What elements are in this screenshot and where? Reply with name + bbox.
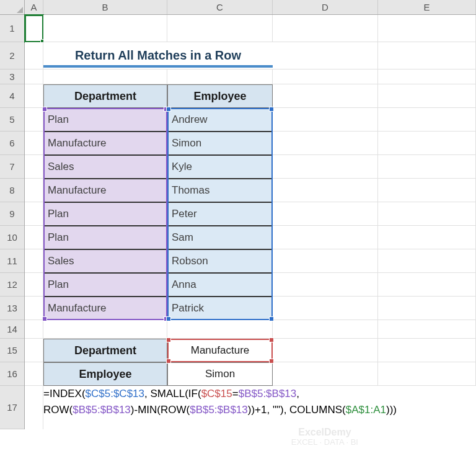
cell-A12[interactable] xyxy=(25,273,43,297)
table-row[interactable]: Sales xyxy=(43,249,167,273)
table-row[interactable]: Simon xyxy=(167,132,273,155)
cell-B3[interactable] xyxy=(43,69,167,84)
row-header-5[interactable]: 5 xyxy=(0,108,24,132)
row-header-11[interactable]: 11 xyxy=(0,249,24,273)
cell-A3[interactable] xyxy=(25,69,43,84)
cell-D4[interactable] xyxy=(273,84,378,108)
dept-header[interactable]: Department xyxy=(43,84,167,108)
table-row[interactable]: Thomas xyxy=(167,179,273,202)
cell-A10[interactable] xyxy=(25,226,43,249)
cell-D12[interactable] xyxy=(273,273,378,297)
table-row[interactable]: Plan xyxy=(43,202,167,226)
cell-E8[interactable] xyxy=(378,179,476,202)
row-header-13[interactable]: 13 xyxy=(0,297,24,320)
cell-A4[interactable] xyxy=(25,84,43,108)
cell-D11[interactable] xyxy=(273,249,378,273)
cell-A15[interactable] xyxy=(25,339,43,362)
cell-A8[interactable] xyxy=(25,179,43,202)
cell-A16[interactable] xyxy=(25,362,43,386)
row-header-10[interactable]: 10 xyxy=(0,226,24,249)
cell-E15[interactable] xyxy=(378,339,476,362)
table-row[interactable]: Peter xyxy=(167,202,273,226)
row-header-1[interactable]: 1 xyxy=(0,15,24,42)
cell-A9[interactable] xyxy=(25,202,43,226)
lookup-emp-label[interactable]: Employee xyxy=(43,362,167,386)
cell-E7[interactable] xyxy=(378,155,476,179)
table-row[interactable]: Manufacture xyxy=(43,179,167,202)
cell-E3[interactable] xyxy=(378,69,476,84)
table-row[interactable]: Sales xyxy=(43,155,167,179)
col-header-A[interactable]: A xyxy=(25,0,43,14)
table-row[interactable]: Patrick xyxy=(167,297,273,320)
cell-D14[interactable] xyxy=(273,320,378,339)
table-row[interactable]: Kyle xyxy=(167,155,273,179)
cell-A1[interactable] xyxy=(25,15,43,42)
table-row[interactable]: Sam xyxy=(167,226,273,249)
lookup-dept-label[interactable]: Department xyxy=(43,339,167,362)
cell-E4[interactable] xyxy=(378,84,476,108)
emp-header[interactable]: Employee xyxy=(167,84,273,108)
cell-E16[interactable] xyxy=(378,362,476,386)
cell-A6[interactable] xyxy=(25,132,43,155)
cell-C3[interactable] xyxy=(167,69,273,84)
cell-B14[interactable] xyxy=(43,320,167,339)
cell-E9[interactable] xyxy=(378,202,476,226)
cell-D7[interactable] xyxy=(273,155,378,179)
cell-A7[interactable] xyxy=(25,155,43,179)
row-header-8[interactable]: 8 xyxy=(0,179,24,202)
cell-D9[interactable] xyxy=(273,202,378,226)
row-header-2[interactable]: 2 xyxy=(0,42,24,69)
col-header-B[interactable]: B xyxy=(43,0,167,14)
sheet-area[interactable]: Return All Matches in a Row Department E… xyxy=(25,15,476,429)
lookup-emp-value[interactable]: Simon xyxy=(167,362,273,386)
row-header-12[interactable]: 12 xyxy=(0,273,24,297)
cell-A14[interactable] xyxy=(25,320,43,339)
cell-E13[interactable] xyxy=(378,297,476,320)
cell-A5[interactable] xyxy=(25,108,43,132)
table-row[interactable]: Plan xyxy=(43,273,167,297)
col-header-E[interactable]: E xyxy=(378,0,476,14)
cell-E14[interactable] xyxy=(378,320,476,339)
cell-D6[interactable] xyxy=(273,132,378,155)
cell-A13[interactable] xyxy=(25,297,43,320)
cell-E6[interactable] xyxy=(378,132,476,155)
table-row[interactable]: Manufacture xyxy=(43,297,167,320)
cell-A17[interactable] xyxy=(25,386,43,429)
lookup-dept-value[interactable]: Manufacture xyxy=(167,339,273,362)
table-row[interactable]: Robson xyxy=(167,249,273,273)
cell-D16[interactable] xyxy=(273,362,378,386)
row-header-7[interactable]: 7 xyxy=(0,155,24,179)
cell-D1[interactable] xyxy=(273,15,378,42)
table-row[interactable]: Plan xyxy=(43,226,167,249)
table-row[interactable]: Manufacture xyxy=(43,132,167,155)
row-header-15[interactable]: 15 xyxy=(0,339,24,362)
cell-D5[interactable] xyxy=(273,108,378,132)
title-cell[interactable]: Return All Matches in a Row xyxy=(43,42,273,69)
select-all-corner[interactable] xyxy=(0,0,25,15)
cell-E2[interactable] xyxy=(378,42,476,69)
row-header-6[interactable]: 6 xyxy=(0,132,24,155)
cell-D13[interactable] xyxy=(273,297,378,320)
cell-E5[interactable] xyxy=(378,108,476,132)
row-header-14[interactable]: 14 xyxy=(0,320,24,339)
cell-D3[interactable] xyxy=(273,69,378,84)
cell-E1[interactable] xyxy=(378,15,476,42)
col-header-C[interactable]: C xyxy=(167,0,273,14)
row-header-16[interactable]: 16 xyxy=(0,362,24,386)
row-header-17[interactable]: 17 xyxy=(0,386,24,429)
formula-cell[interactable]: =INDEX($C$5:$C$13, SMALL(IF($C$15=$B$5:$… xyxy=(43,386,476,429)
table-row[interactable]: Anna xyxy=(167,273,273,297)
cell-D15[interactable] xyxy=(273,339,378,362)
row-header-3[interactable]: 3 xyxy=(0,69,24,84)
cell-A11[interactable] xyxy=(25,249,43,273)
row-header-9[interactable]: 9 xyxy=(0,202,24,226)
row-header-4[interactable]: 4 xyxy=(0,84,24,108)
cell-C1[interactable] xyxy=(167,15,273,42)
cell-D2[interactable] xyxy=(273,42,378,69)
cell-E10[interactable] xyxy=(378,226,476,249)
cell-D8[interactable] xyxy=(273,179,378,202)
cell-D10[interactable] xyxy=(273,226,378,249)
col-header-D[interactable]: D xyxy=(273,0,378,14)
cell-A2[interactable] xyxy=(25,42,43,69)
cell-C14[interactable] xyxy=(167,320,273,339)
